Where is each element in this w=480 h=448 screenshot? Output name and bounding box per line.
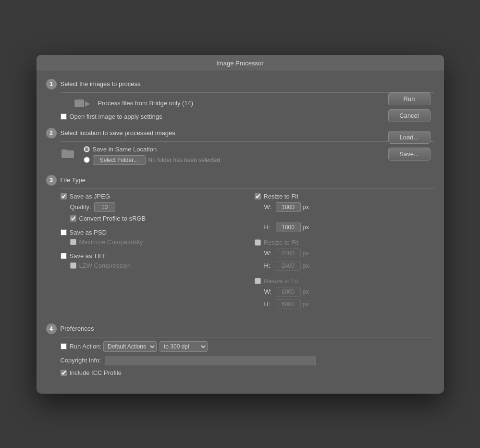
select-folder-radio[interactable] bbox=[84, 157, 90, 163]
section-1-title: Select the images to process bbox=[61, 80, 141, 87]
section-1-header: 1 Select the images to process bbox=[46, 79, 434, 89]
psd-resize-subsection: Resize to Fit W: px H: bbox=[255, 239, 434, 271]
psd-subsection: Save as PSD Maximize Compatibility bbox=[61, 229, 240, 246]
convert-profile-checkbox[interactable] bbox=[70, 215, 76, 222]
jpeg-w-row: W: px bbox=[264, 202, 434, 212]
psd-save-label[interactable]: Save as PSD bbox=[70, 229, 107, 236]
psd-w-row: W: px bbox=[264, 249, 434, 258]
jpeg-w-input[interactable] bbox=[276, 202, 301, 212]
section-4-title: Preferences bbox=[61, 325, 94, 332]
jpeg-w-px: px bbox=[303, 203, 309, 211]
image-processor-dialog: Image Processor 1 Select the images to p… bbox=[37, 55, 444, 394]
maximize-compat-label[interactable]: Maximize Compatibility bbox=[79, 238, 143, 246]
load-button[interactable]: Load... bbox=[388, 131, 431, 144]
location-options: Save in Same Location Select Folder... N… bbox=[84, 146, 220, 167]
jpeg-resize-checkbox[interactable] bbox=[255, 193, 261, 199]
jpeg-save-label[interactable]: Save as JPEG bbox=[70, 193, 111, 200]
tiff-save-checkbox[interactable] bbox=[61, 253, 67, 259]
jpeg-resize-row: Resize to Fit bbox=[255, 193, 434, 200]
same-location-radio[interactable] bbox=[84, 146, 90, 152]
lzw-label[interactable]: LZW Compression bbox=[79, 262, 131, 269]
section-3-content: Save as JPEG Quality: Convert Profile to… bbox=[46, 193, 434, 316]
jpeg-subsection: Save as JPEG Quality: Convert Profile to… bbox=[61, 193, 240, 222]
convert-profile-label[interactable]: Convert Profile to sRGB bbox=[79, 215, 146, 222]
section-2-content: Save in Same Location Select Folder... N… bbox=[46, 146, 434, 167]
action-buttons: Run Cancel Load... Save... bbox=[388, 92, 431, 161]
psd-w-label: W: bbox=[264, 249, 274, 257]
section-4: 4 Preferences Run Action: Default Action… bbox=[46, 324, 434, 376]
quality-label: Quality: bbox=[70, 203, 91, 211]
run-button[interactable]: Run bbox=[388, 92, 431, 105]
copyright-row: Copyright Info: bbox=[61, 356, 434, 365]
run-action-checkbox[interactable] bbox=[61, 343, 67, 349]
file-type-right: Resize to Fit W: px H: bbox=[250, 193, 434, 316]
tiff-resize-checkbox[interactable] bbox=[255, 278, 261, 284]
no-folder-text: No folder has been selected bbox=[148, 157, 220, 163]
section-1-number: 1 bbox=[46, 79, 57, 89]
action-dropdown[interactable]: Default Actions bbox=[103, 341, 157, 352]
tiff-h-label: H: bbox=[264, 300, 274, 308]
source-label: Process files from Bridge only (14) bbox=[98, 100, 194, 107]
tiff-h-input[interactable] bbox=[276, 299, 301, 309]
jpeg-w-label: W: bbox=[264, 203, 274, 211]
jpeg-h-label: H: bbox=[264, 224, 274, 231]
icc-profile-label[interactable]: Include ICC Profile bbox=[70, 369, 122, 376]
copyright-label: Copyright Info: bbox=[61, 357, 101, 364]
same-location-label[interactable]: Save in Same Location bbox=[93, 146, 157, 153]
tiff-w-input[interactable] bbox=[276, 287, 301, 297]
tiff-resize-subsection: Resize to Fit W: px H: bbox=[255, 277, 434, 309]
icc-profile-checkbox[interactable] bbox=[61, 370, 67, 376]
jpeg-resize-label[interactable]: Resize to Fit bbox=[264, 193, 298, 200]
tiff-w-row: W: px bbox=[264, 287, 434, 297]
dialog-title: Image Processor bbox=[37, 55, 444, 71]
psd-h-input[interactable] bbox=[276, 261, 301, 271]
section-1-content: ▶ Process files from Bridge only (14) Op… bbox=[46, 97, 434, 120]
copyright-input[interactable] bbox=[105, 356, 316, 365]
jpeg-quality-row: Quality: bbox=[61, 202, 240, 212]
run-action-label[interactable]: Run Action: bbox=[70, 343, 102, 350]
select-folder-button[interactable]: Select Folder... bbox=[93, 155, 146, 165]
section-3-number: 3 bbox=[46, 175, 57, 186]
tiff-h-px: px bbox=[303, 300, 309, 308]
jpeg-save-checkbox[interactable] bbox=[61, 193, 67, 199]
bridge-icon: ▶ bbox=[75, 97, 90, 110]
section-4-header: 4 Preferences bbox=[46, 324, 434, 334]
section-4-number: 4 bbox=[46, 324, 57, 334]
lzw-row: LZW Compression bbox=[61, 262, 240, 269]
dpi-dropdown[interactable]: to 300 dpi to 72 dpi to 150 dpi bbox=[160, 341, 208, 352]
section-4-content: Run Action: Default Actions to 300 dpi t… bbox=[46, 341, 434, 376]
psd-save-checkbox[interactable] bbox=[61, 229, 67, 236]
open-first-label[interactable]: Open first image to apply settings bbox=[70, 113, 162, 120]
jpeg-h-px: px bbox=[303, 224, 309, 231]
save-button[interactable]: Save... bbox=[388, 148, 431, 161]
jpeg-save-row: Save as JPEG bbox=[61, 193, 240, 200]
jpeg-h-input[interactable] bbox=[276, 223, 301, 232]
source-info: ▶ Process files from Bridge only (14) bbox=[75, 97, 434, 110]
tiff-w-label: W: bbox=[264, 288, 274, 295]
psd-h-px: px bbox=[303, 262, 309, 269]
cancel-button[interactable]: Cancel bbox=[388, 109, 431, 122]
maximize-compat-row: Maximize Compatibility bbox=[61, 238, 240, 246]
tiff-save-label[interactable]: Save as TIFF bbox=[70, 252, 107, 260]
tiff-resize-label[interactable]: Resize to Fit bbox=[264, 277, 298, 285]
section-3-header: 3 File Type bbox=[46, 175, 434, 186]
psd-resize-label[interactable]: Resize to Fit bbox=[264, 239, 298, 246]
open-first-row: Open first image to apply settings bbox=[61, 113, 434, 120]
psd-w-input[interactable] bbox=[276, 249, 301, 258]
maximize-compat-checkbox[interactable] bbox=[70, 239, 76, 245]
section-2: 2 Select location to save processed imag… bbox=[46, 128, 434, 167]
run-action-row: Run Action: Default Actions to 300 dpi t… bbox=[61, 341, 434, 352]
file-type-left: Save as JPEG Quality: Convert Profile to… bbox=[61, 193, 240, 316]
tiff-resize-row: Resize to Fit bbox=[255, 277, 434, 285]
file-type-section: Save as JPEG Quality: Convert Profile to… bbox=[61, 193, 434, 316]
tiff-h-row: H: px bbox=[264, 299, 434, 309]
section-1: 1 Select the images to process ▶ Process… bbox=[46, 79, 434, 120]
psd-w-px: px bbox=[303, 249, 309, 257]
quality-input[interactable] bbox=[94, 202, 115, 212]
section-2-title: Select location to save processed images bbox=[61, 129, 175, 137]
section-3-title: File Type bbox=[61, 176, 86, 184]
psd-resize-checkbox[interactable] bbox=[255, 239, 261, 246]
tiff-w-px: px bbox=[303, 288, 309, 295]
open-first-checkbox[interactable] bbox=[61, 113, 67, 120]
lzw-checkbox[interactable] bbox=[70, 262, 76, 269]
